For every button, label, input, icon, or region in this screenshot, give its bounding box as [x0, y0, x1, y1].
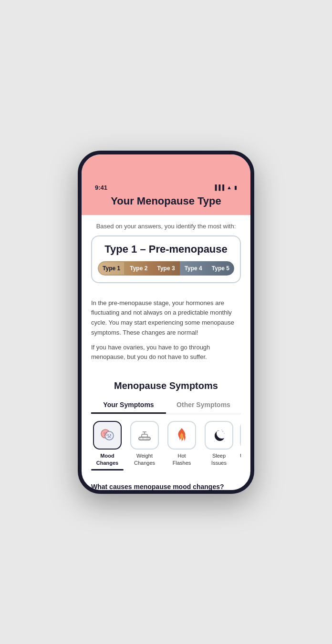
status-bar: 9:41 ▐▐▐ ▲ ▮ [91, 184, 241, 195]
hot-flashes-icon-box [167, 421, 196, 450]
subtitle-section: Based on your answers, you identify the … [82, 215, 250, 298]
mood-changes-icon-box [93, 421, 122, 450]
detail-question: What causes menopause mood changes? [91, 483, 241, 490]
partial-symptom-container: Ur... [240, 421, 241, 470]
subtitle-text: Based on your answers, you identify the … [91, 223, 241, 230]
svg-point-13 [221, 429, 222, 430]
detail-section: What causes menopause mood changes? The … [82, 477, 250, 490]
sleep-issues-svg [211, 428, 227, 443]
status-icons: ▐▐▐ ▲ ▮ [213, 184, 237, 191]
svg-text:0  50 100: 0 50 100 [140, 437, 149, 440]
weight-changes-icon-box: 0 50 100 [130, 421, 159, 450]
svg-point-3 [106, 433, 107, 434]
symptom-sleep-issues[interactable]: SleepIssues [203, 421, 235, 470]
type-segment-1[interactable]: Type 1 [98, 261, 125, 276]
type-bar: Type 1 Type 2 Type 3 Type 4 Type 5 [98, 261, 234, 276]
type-card: Type 1 – Pre-menopause Type 1 Type 2 Typ… [91, 235, 241, 283]
type-segment-4[interactable]: Type 4 [180, 261, 207, 276]
svg-point-11 [222, 431, 224, 432]
hot-flashes-label: HotFlashes [173, 452, 191, 466]
sleep-issues-label: SleepIssues [211, 452, 227, 466]
type-segment-5[interactable]: Type 5 [207, 261, 234, 276]
weight-changes-label: WeightChanges [134, 452, 155, 466]
description-para-1: In the pre-menopause stage, your hormone… [91, 298, 241, 338]
battery-icon: ▮ [234, 184, 237, 191]
symptom-weight-changes[interactable]: 0 50 100 WeightChanges [128, 421, 161, 470]
mood-changes-label: MoodChanges [96, 452, 118, 466]
status-time: 9:41 [95, 184, 107, 191]
symptom-hot-flashes[interactable]: HotFlashes [166, 421, 198, 470]
svg-point-5 [110, 435, 111, 436]
hot-flashes-svg [175, 427, 189, 443]
symptoms-title: Menopause Symptoms [91, 380, 241, 391]
partial-label: Ur... [240, 452, 241, 459]
svg-point-4 [107, 435, 108, 436]
page-title: Your Menopause Type [91, 195, 241, 207]
header-section: 9:41 ▐▐▐ ▲ ▮ Your Menopause Type [82, 154, 250, 215]
mood-changes-underline [91, 469, 124, 470]
weight-changes-svg: 0 50 100 [137, 428, 152, 443]
tab-other-symptoms[interactable]: Other Symptoms [166, 397, 241, 414]
description-section: In the pre-menopause stage, your hormone… [82, 298, 250, 373]
description-para-2: If you have ovaries, you have to go thro… [91, 343, 241, 363]
symptoms-tabs: Your Symptoms Other Symptoms [91, 397, 241, 414]
symptom-icons-row: MoodChanges 0 50 100 WeightC [91, 421, 241, 470]
tab-your-symptoms[interactable]: Your Symptoms [91, 397, 166, 414]
sleep-issues-icon-box [205, 421, 233, 450]
symptoms-section: Menopause Symptoms Your Symptoms Other S… [82, 373, 250, 470]
partial-symptom-icon [240, 421, 241, 450]
svg-point-12 [224, 433, 225, 434]
symptom-mood-changes[interactable]: MoodChanges [91, 421, 124, 470]
wifi-icon: ▲ [227, 184, 232, 190]
type-segment-3[interactable]: Type 3 [152, 261, 179, 276]
mood-changes-svg [99, 427, 115, 443]
type-segment-2[interactable]: Type 2 [125, 261, 152, 276]
type-title: Type 1 – Pre-menopause [98, 243, 234, 256]
phone-frame: 9:41 ▐▐▐ ▲ ▮ Your Menopause Type Based o… [78, 151, 254, 494]
phone-scroll-area[interactable]: 9:41 ▐▐▐ ▲ ▮ Your Menopause Type Based o… [82, 154, 250, 490]
signal-icon: ▐▐▐ [213, 184, 224, 190]
svg-point-2 [104, 433, 104, 434]
